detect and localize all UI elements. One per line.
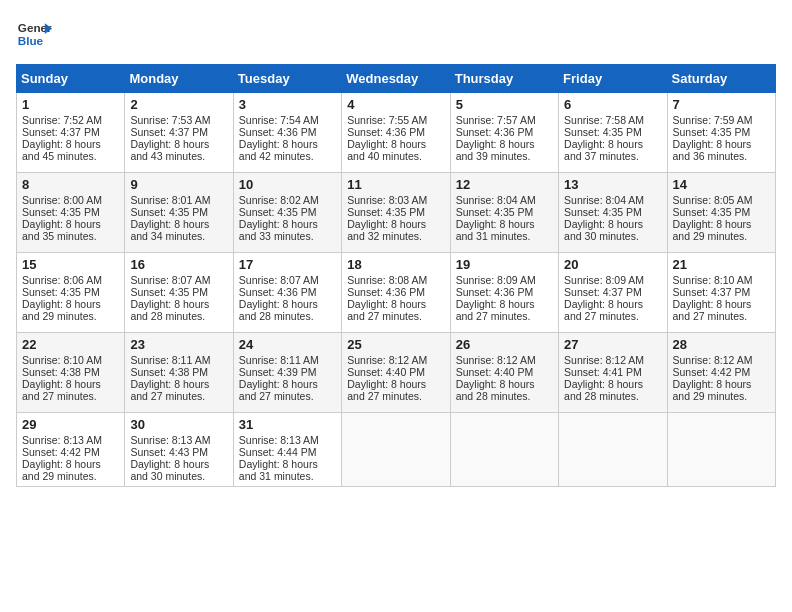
calendar-cell: 3Sunrise: 7:54 AMSunset: 4:36 PMDaylight…	[233, 93, 341, 173]
day-number: 26	[456, 337, 553, 352]
calendar-cell: 26Sunrise: 8:12 AMSunset: 4:40 PMDayligh…	[450, 333, 558, 413]
calendar-weekday-saturday: Saturday	[667, 65, 775, 93]
calendar-cell: 19Sunrise: 8:09 AMSunset: 4:36 PMDayligh…	[450, 253, 558, 333]
calendar-cell: 14Sunrise: 8:05 AMSunset: 4:35 PMDayligh…	[667, 173, 775, 253]
calendar-cell	[559, 413, 667, 487]
logo: General Blue	[16, 16, 52, 52]
day-number: 19	[456, 257, 553, 272]
calendar-cell: 25Sunrise: 8:12 AMSunset: 4:40 PMDayligh…	[342, 333, 450, 413]
calendar-weekday-thursday: Thursday	[450, 65, 558, 93]
calendar-cell: 10Sunrise: 8:02 AMSunset: 4:35 PMDayligh…	[233, 173, 341, 253]
day-number: 5	[456, 97, 553, 112]
day-number: 25	[347, 337, 444, 352]
calendar-header-row: SundayMondayTuesdayWednesdayThursdayFrid…	[17, 65, 776, 93]
svg-text:Blue: Blue	[18, 34, 44, 47]
calendar-cell: 29Sunrise: 8:13 AMSunset: 4:42 PMDayligh…	[17, 413, 125, 487]
calendar-weekday-tuesday: Tuesday	[233, 65, 341, 93]
day-number: 3	[239, 97, 336, 112]
day-number: 7	[673, 97, 770, 112]
calendar-week-row: 8Sunrise: 8:00 AMSunset: 4:35 PMDaylight…	[17, 173, 776, 253]
calendar-cell: 5Sunrise: 7:57 AMSunset: 4:36 PMDaylight…	[450, 93, 558, 173]
calendar-cell: 11Sunrise: 8:03 AMSunset: 4:35 PMDayligh…	[342, 173, 450, 253]
day-number: 29	[22, 417, 119, 432]
logo-icon: General Blue	[16, 16, 52, 52]
day-number: 15	[22, 257, 119, 272]
day-number: 4	[347, 97, 444, 112]
calendar-cell: 31Sunrise: 8:13 AMSunset: 4:44 PMDayligh…	[233, 413, 341, 487]
calendar-cell: 18Sunrise: 8:08 AMSunset: 4:36 PMDayligh…	[342, 253, 450, 333]
day-number: 1	[22, 97, 119, 112]
calendar-weekday-sunday: Sunday	[17, 65, 125, 93]
day-number: 17	[239, 257, 336, 272]
day-number: 22	[22, 337, 119, 352]
day-number: 6	[564, 97, 661, 112]
calendar-weekday-friday: Friday	[559, 65, 667, 93]
calendar-cell: 27Sunrise: 8:12 AMSunset: 4:41 PMDayligh…	[559, 333, 667, 413]
day-number: 10	[239, 177, 336, 192]
calendar-cell	[450, 413, 558, 487]
calendar-cell: 17Sunrise: 8:07 AMSunset: 4:36 PMDayligh…	[233, 253, 341, 333]
day-number: 21	[673, 257, 770, 272]
day-number: 9	[130, 177, 227, 192]
day-number: 28	[673, 337, 770, 352]
calendar-cell: 4Sunrise: 7:55 AMSunset: 4:36 PMDaylight…	[342, 93, 450, 173]
day-number: 14	[673, 177, 770, 192]
calendar-cell: 20Sunrise: 8:09 AMSunset: 4:37 PMDayligh…	[559, 253, 667, 333]
day-number: 20	[564, 257, 661, 272]
calendar-cell	[342, 413, 450, 487]
calendar-cell: 28Sunrise: 8:12 AMSunset: 4:42 PMDayligh…	[667, 333, 775, 413]
calendar-cell: 23Sunrise: 8:11 AMSunset: 4:38 PMDayligh…	[125, 333, 233, 413]
day-number: 2	[130, 97, 227, 112]
calendar-week-row: 29Sunrise: 8:13 AMSunset: 4:42 PMDayligh…	[17, 413, 776, 487]
day-number: 31	[239, 417, 336, 432]
day-number: 18	[347, 257, 444, 272]
calendar-cell: 24Sunrise: 8:11 AMSunset: 4:39 PMDayligh…	[233, 333, 341, 413]
day-number: 12	[456, 177, 553, 192]
day-number: 13	[564, 177, 661, 192]
calendar-cell: 8Sunrise: 8:00 AMSunset: 4:35 PMDaylight…	[17, 173, 125, 253]
day-number: 11	[347, 177, 444, 192]
calendar-week-row: 22Sunrise: 8:10 AMSunset: 4:38 PMDayligh…	[17, 333, 776, 413]
calendar-cell: 16Sunrise: 8:07 AMSunset: 4:35 PMDayligh…	[125, 253, 233, 333]
header: General Blue	[16, 16, 776, 52]
calendar-week-row: 15Sunrise: 8:06 AMSunset: 4:35 PMDayligh…	[17, 253, 776, 333]
day-number: 8	[22, 177, 119, 192]
calendar-cell: 15Sunrise: 8:06 AMSunset: 4:35 PMDayligh…	[17, 253, 125, 333]
calendar-cell: 9Sunrise: 8:01 AMSunset: 4:35 PMDaylight…	[125, 173, 233, 253]
calendar-weekday-monday: Monday	[125, 65, 233, 93]
calendar-cell	[667, 413, 775, 487]
day-number: 30	[130, 417, 227, 432]
day-number: 27	[564, 337, 661, 352]
calendar-weekday-wednesday: Wednesday	[342, 65, 450, 93]
calendar-cell: 2Sunrise: 7:53 AMSunset: 4:37 PMDaylight…	[125, 93, 233, 173]
calendar-table: SundayMondayTuesdayWednesdayThursdayFrid…	[16, 64, 776, 487]
day-number: 24	[239, 337, 336, 352]
calendar-cell: 21Sunrise: 8:10 AMSunset: 4:37 PMDayligh…	[667, 253, 775, 333]
calendar-cell: 13Sunrise: 8:04 AMSunset: 4:35 PMDayligh…	[559, 173, 667, 253]
calendar-cell: 12Sunrise: 8:04 AMSunset: 4:35 PMDayligh…	[450, 173, 558, 253]
day-number: 16	[130, 257, 227, 272]
calendar-cell: 7Sunrise: 7:59 AMSunset: 4:35 PMDaylight…	[667, 93, 775, 173]
calendar-cell: 1Sunrise: 7:52 AMSunset: 4:37 PMDaylight…	[17, 93, 125, 173]
calendar-week-row: 1Sunrise: 7:52 AMSunset: 4:37 PMDaylight…	[17, 93, 776, 173]
calendar-cell: 6Sunrise: 7:58 AMSunset: 4:35 PMDaylight…	[559, 93, 667, 173]
calendar-cell: 22Sunrise: 8:10 AMSunset: 4:38 PMDayligh…	[17, 333, 125, 413]
calendar-cell: 30Sunrise: 8:13 AMSunset: 4:43 PMDayligh…	[125, 413, 233, 487]
day-number: 23	[130, 337, 227, 352]
